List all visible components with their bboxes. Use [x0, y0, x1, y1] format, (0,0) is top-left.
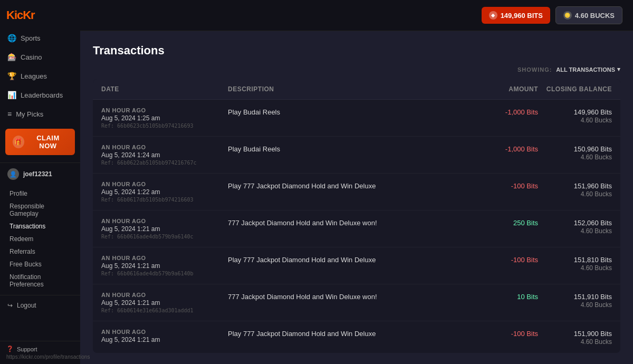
amount-cell: 250 Bits: [475, 218, 538, 227]
showing-dropdown[interactable]: ALL TRANSACTIONS ▾: [556, 66, 620, 73]
table-row: AN HOUR AGO Aug 5, 2024 1:21 am Ref: 66b…: [93, 247, 620, 284]
ref-id: Ref: 66b0616ade4db579b9a6140b: [101, 271, 228, 276]
chevron-down-icon: ▾: [617, 66, 620, 73]
support-label: Support: [17, 346, 37, 352]
sidebar-item-mypicks-label: My Picks: [16, 110, 43, 118]
time-ago: AN HOUR AGO: [101, 107, 228, 113]
ref-id: Ref: 66b0616ade4db579b9a6140c: [101, 234, 228, 240]
main-content: ◆ 149,960 BITS 🪙 4.60 BUCKS Transactions…: [80, 0, 633, 364]
date-time: Aug 5, 2024 1:21 am: [101, 225, 228, 233]
ref-id: Ref: 66b0614e31e663ad301addd1: [101, 308, 228, 313]
bucks-button[interactable]: 🪙 4.60 BUCKS: [555, 6, 622, 24]
bits-label: 149,960 BITS: [501, 12, 543, 20]
sidebar-item-sports-label: Sports: [21, 34, 41, 42]
closing-balance-cell: 152,060 Bits 4.60 Bucks: [538, 218, 612, 235]
closing-balance-cell: 150,960 Bits 4.60 Bucks: [538, 144, 612, 161]
url-display: https://kickr.com/profile/transactions: [6, 354, 74, 360]
date-time: Aug 5, 2024 1:25 am: [101, 114, 228, 122]
profile-link-profile[interactable]: Profile: [0, 187, 80, 200]
closing-bits: 152,060 Bits: [538, 219, 612, 227]
logout-button[interactable]: ↪ Logout: [0, 298, 80, 313]
closing-bucks: 4.60 Bucks: [538, 190, 612, 198]
picks-icon: ≡: [7, 110, 12, 118]
sidebar-item-sports[interactable]: 🌐 Sports: [0, 28, 80, 47]
date-time: Aug 5, 2024 1:21 am: [101, 262, 228, 270]
profile-link-responsible-gameplay[interactable]: Responsible Gameplay: [0, 200, 80, 220]
time-ago: AN HOUR AGO: [101, 329, 228, 335]
main-nav: 🌐 Sports 🎰 Casino 🏆 Leagues 📊 Leaderboar…: [0, 28, 80, 123]
logo: KicKr: [0, 0, 80, 28]
bits-button[interactable]: ◆ 149,960 BITS: [482, 7, 550, 24]
profile-link-transactions[interactable]: Transactions: [0, 220, 80, 233]
closing-bucks: 4.60 Bucks: [538, 154, 612, 161]
closing-bucks: 4.60 Bucks: [538, 227, 612, 235]
date-cell: AN HOUR AGO Aug 5, 2024 1:21 am Ref: 66b…: [101, 292, 228, 313]
chart-icon: 📊: [7, 91, 16, 99]
sidebar-item-leaderboards[interactable]: 📊 Leaderboards: [0, 85, 80, 104]
date-time: Aug 5, 2024 1:22 am: [101, 188, 228, 196]
amount-cell: -100 Bits: [475, 255, 538, 264]
amount-cell: 10 Bits: [475, 292, 538, 301]
table-header: Date Description Amount Closing Balance: [93, 79, 620, 100]
amount-value: 250 Bits: [475, 219, 538, 227]
table-row: AN HOUR AGO Aug 5, 2024 1:25 am Ref: 66b…: [93, 100, 620, 137]
ref-id: Ref: 66b0623cb5105bb974216693: [101, 123, 228, 129]
username: joef12321: [23, 170, 52, 178]
amount-cell: -100 Bits: [475, 181, 538, 190]
closing-bucks: 4.60 Bucks: [538, 338, 612, 346]
trophy-icon: 🏆: [7, 72, 16, 80]
globe-icon: 🌐: [7, 34, 16, 42]
logout-label: Logout: [17, 302, 36, 309]
closing-balance-cell: 151,910 Bits 4.60 Bucks: [538, 292, 612, 309]
content-area: Transactions SHOWING: ALL TRANSACTIONS ▾…: [80, 31, 633, 364]
amount-cell: -1,000 Bits: [475, 107, 538, 116]
bucks-label: 4.60 BUCKS: [575, 12, 615, 20]
sidebar-item-leaderboards-label: Leaderboards: [21, 91, 63, 99]
table-row: AN HOUR AGO Aug 5, 2024 1:21 am Ref: 66b…: [93, 284, 620, 321]
description-cell: Play 777 Jackpot Diamond Hold and Win De…: [228, 255, 475, 264]
claim-icon: 🎁: [13, 136, 24, 148]
closing-bits: 149,960 Bits: [538, 108, 612, 116]
profile-link-referrals[interactable]: Referrals: [0, 245, 80, 258]
amount-value: -1,000 Bits: [475, 108, 538, 116]
closing-bucks: 4.60 Bucks: [538, 117, 612, 124]
claim-now-button[interactable]: 🎁 CLAIM NOW: [5, 129, 75, 155]
closing-balance-cell: 149,960 Bits 4.60 Bucks: [538, 107, 612, 124]
col-date: Date: [101, 85, 228, 93]
closing-bucks: 4.60 Bucks: [538, 301, 612, 309]
date-cell: AN HOUR AGO Aug 5, 2024 1:21 am Ref: 66b…: [101, 255, 228, 276]
description-cell: Play Budai Reels: [228, 144, 475, 153]
date-time: Aug 5, 2024 1:21 am: [101, 299, 228, 306]
amount-value: -100 Bits: [475, 256, 538, 264]
closing-bits: 151,810 Bits: [538, 256, 612, 264]
amount-value: -100 Bits: [475, 182, 538, 190]
casino-icon: 🎰: [7, 53, 16, 61]
profile-link-redeem[interactable]: Redeem: [0, 233, 80, 245]
claim-label: CLAIM NOW: [28, 134, 68, 150]
col-description: Description: [228, 85, 475, 93]
date-cell: AN HOUR AGO Aug 5, 2024 1:25 am Ref: 66b…: [101, 107, 228, 129]
sidebar-item-casino[interactable]: 🎰 Casino: [0, 47, 80, 66]
profile-link-notification-preferences[interactable]: Notification Preferences: [0, 271, 80, 291]
bits-icon: ◆: [489, 11, 497, 20]
table-row: AN HOUR AGO Aug 5, 2024 1:22 am Ref: 66b…: [93, 174, 620, 210]
sidebar-item-my-picks[interactable]: ≡ My Picks: [0, 104, 80, 123]
description-cell: 777 Jackpot Diamond Hold and Win Deluxe …: [228, 292, 475, 301]
sidebar-item-leagues[interactable]: 🏆 Leagues: [0, 66, 80, 85]
profile-links: Profile Responsible Gameplay Transaction…: [0, 185, 80, 293]
support-link[interactable]: ❓ Support: [6, 346, 74, 352]
date-cell: AN HOUR AGO Aug 5, 2024 1:24 am Ref: 66b…: [101, 144, 228, 166]
amount-value: 10 Bits: [475, 293, 538, 301]
divider: [0, 295, 80, 295]
sidebar: KicKr 🌐 Sports 🎰 Casino 🏆 Leagues 📊 Lead…: [0, 0, 80, 364]
date-cell: AN HOUR AGO Aug 5, 2024 1:21 am Ref: 66b…: [101, 218, 228, 240]
showing-row: SHOWING: ALL TRANSACTIONS ▾: [93, 66, 620, 73]
showing-label: SHOWING:: [517, 66, 552, 73]
description-cell: Play 777 Jackpot Diamond Hold and Win De…: [228, 329, 475, 338]
profile-link-free-bucks[interactable]: Free Bucks: [0, 258, 80, 271]
closing-balance-cell: 151,810 Bits 4.60 Bucks: [538, 255, 612, 272]
support-icon: ❓: [6, 346, 14, 352]
description-cell: 777 Jackpot Diamond Hold and Win Deluxe …: [228, 218, 475, 227]
closing-balance-cell: 151,900 Bits 4.60 Bucks: [538, 329, 612, 346]
logout-icon: ↪: [7, 302, 13, 309]
